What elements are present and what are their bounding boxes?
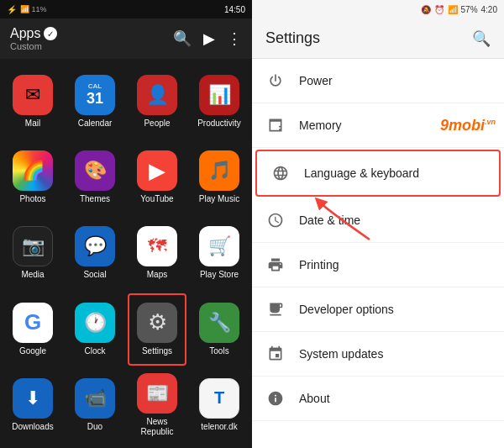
app-label-calendar: Calendar <box>78 119 113 129</box>
app-telenor[interactable]: T telenor.dk <box>190 369 249 441</box>
app-label-downloads: Downloads <box>12 422 53 432</box>
media-app-icon: 📷 <box>13 226 53 266</box>
more-icon[interactable]: ⋮ <box>227 29 242 48</box>
settings-item-system[interactable]: System updates <box>252 332 504 377</box>
social-icon: 💬 <box>75 226 115 266</box>
settings-item-memory[interactable]: Memory 9mobi.vn <box>252 103 504 148</box>
app-title-area: Apps ✓ Custom <box>10 26 166 51</box>
app-maps[interactable]: 🗺 Maps <box>128 217 186 289</box>
app-duo[interactable]: 📹 Duo <box>66 369 124 441</box>
settings-header: Settings 🔍 <box>252 18 504 59</box>
settings-label-system: System updates <box>299 347 491 361</box>
app-label-people: People <box>144 119 170 129</box>
app-subtitle: Custom <box>10 41 166 51</box>
app-label-social: Social <box>83 270 106 280</box>
brand-badge: 9mobi.vn <box>440 117 496 134</box>
apps-grid: ✉ Mail CAL 31 Calendar 👤 People 📊 Produc… <box>0 59 252 448</box>
top-bar-icons: 🔍 ▶ ⋮ <box>173 29 242 48</box>
app-downloads[interactable]: ⬇ Downloads <box>3 369 62 441</box>
telenor-icon: T <box>199 378 239 419</box>
maps-icon: 🗺 <box>137 226 177 266</box>
app-label-settings: Settings <box>142 346 172 356</box>
app-tools[interactable]: 🔧 Tools <box>190 293 249 366</box>
app-label-media: Media <box>21 270 44 280</box>
settings-search-icon[interactable]: 🔍 <box>472 29 491 48</box>
app-playmusic[interactable]: 🎵 Play Music <box>190 141 249 213</box>
power-icon <box>265 71 286 91</box>
app-label-google: Google <box>19 346 46 356</box>
status-bar-right: 🔕 ⏰ 📶 57% 4:20 <box>252 0 504 18</box>
signal-left: 📶 11% <box>17 5 224 13</box>
themes-icon: 🎨 <box>75 150 115 191</box>
app-playstore[interactable]: 🛒 Play Store <box>190 217 249 289</box>
alarm-icon: ⏰ <box>434 5 444 14</box>
settings-label-language: Language & keyboard <box>304 166 486 180</box>
app-youtube[interactable]: ▶ YouTube <box>128 141 186 213</box>
app-google[interactable]: G Google <box>3 293 62 366</box>
app-title: Apps ✓ <box>10 26 166 41</box>
settings-label-printing: Printing <box>299 258 491 271</box>
app-calendar[interactable]: CAL 31 Calendar <box>66 66 124 138</box>
signal-right: 📶 <box>448 5 458 14</box>
app-clock[interactable]: 🕐 Clock <box>66 293 124 366</box>
time-right: 4:20 <box>481 5 497 14</box>
checkmark-badge: ✓ <box>44 27 57 40</box>
app-productivity[interactable]: 📊 Productivity <box>190 66 249 138</box>
app-photos[interactable]: 🌈 Photos <box>3 141 62 213</box>
settings-label-developer: Developer options <box>299 303 491 316</box>
settings-label-datetime: Date & time <box>299 213 491 227</box>
app-settings[interactable]: ⚙ Settings <box>128 293 186 366</box>
app-social[interactable]: 💬 Social <box>66 217 124 289</box>
memory-icon <box>265 115 286 135</box>
settings-label-about: About <box>299 392 491 405</box>
app-people[interactable]: 👤 People <box>128 66 186 138</box>
app-news[interactable]: 📰 News Republic <box>128 369 186 441</box>
app-media[interactable]: 📷 Media <box>3 217 62 289</box>
settings-item-power[interactable]: Power <box>252 59 504 103</box>
app-label-telenor: telenor.dk <box>201 422 237 432</box>
playmusic-icon: 🎵 <box>199 150 239 191</box>
usb-icon: ⚡ <box>7 5 17 14</box>
mute-icon: 🔕 <box>421 5 431 14</box>
settings-item-about[interactable]: About <box>252 377 504 421</box>
status-bar-left: ⚡ 📶 11% 14:50 <box>0 0 252 18</box>
app-themes[interactable]: 🎨 Themes <box>66 141 124 213</box>
app-label-mail: Mail <box>25 119 40 129</box>
app-label-playstore: Play Store <box>200 270 239 280</box>
settings-label-power: Power <box>299 74 491 87</box>
battery-right: 57% <box>461 5 478 14</box>
app-label-themes: Themes <box>80 194 110 204</box>
about-icon <box>265 388 286 408</box>
settings-list: Power Memory 9mobi.vn Language & keyboar… <box>252 59 504 448</box>
settings-app-icon: ⚙ <box>137 303 177 343</box>
app-label-youtube: YouTube <box>140 194 173 204</box>
photos-icon: 🌈 <box>13 150 53 191</box>
search-icon[interactable]: 🔍 <box>173 29 192 48</box>
calendar-icon: CAL 31 <box>75 75 115 115</box>
app-label-playmusic: Play Music <box>199 194 239 204</box>
app-label-news: News Republic <box>130 417 184 437</box>
media-icon[interactable]: ▶ <box>203 29 215 48</box>
people-icon: 👤 <box>137 75 177 115</box>
settings-item-developer[interactable]: Developer options <box>252 287 504 332</box>
settings-title: Settings <box>265 29 320 47</box>
apps-label: Apps <box>10 26 40 41</box>
system-icon <box>265 344 286 364</box>
app-mail[interactable]: ✉ Mail <box>3 66 62 138</box>
app-label-tools: Tools <box>209 346 228 356</box>
developer-icon <box>265 299 286 319</box>
settings-item-printing[interactable]: Printing <box>252 243 504 287</box>
app-label-photos: Photos <box>19 194 45 204</box>
google-icon: G <box>13 303 53 343</box>
printing-icon <box>265 255 286 275</box>
clock-icon: 🕐 <box>75 303 115 343</box>
settings-item-datetime[interactable]: Date & time <box>252 198 504 243</box>
time-left: 14:50 <box>224 5 245 14</box>
app-label-clock: Clock <box>84 346 105 356</box>
settings-item-language[interactable]: Language & keyboard <box>255 150 501 197</box>
language-icon <box>270 163 291 183</box>
right-panel: 🔕 ⏰ 📶 57% 4:20 Settings 🔍 Power Memory 9… <box>252 0 504 448</box>
app-label-productivity: Productivity <box>197 119 241 129</box>
tools-icon: 🔧 <box>199 303 239 343</box>
mail-icon: ✉ <box>13 75 53 115</box>
